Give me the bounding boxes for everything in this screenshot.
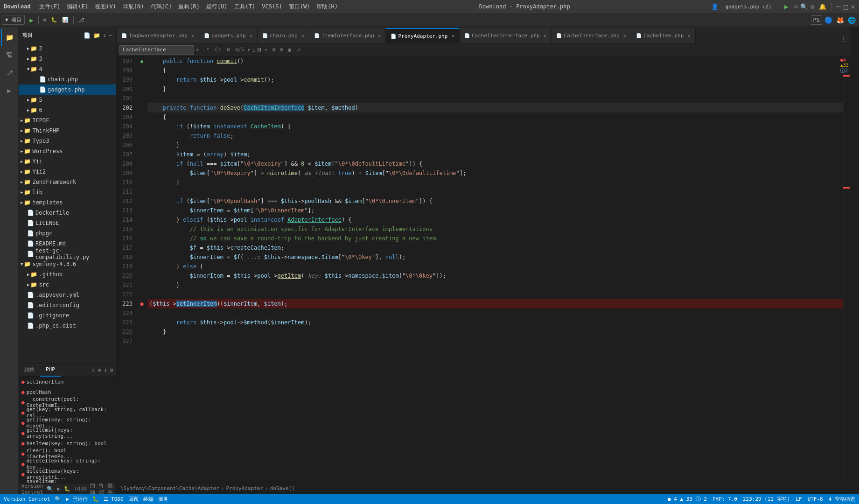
explorer-actions[interactable]: 📄 📁 ↕ ⋯	[84, 32, 112, 39]
review-btn[interactable]: 回顾	[90, 482, 95, 494]
tree-item-github[interactable]: ▶ 📁 .github	[19, 269, 116, 280]
tree-item-thinkphp[interactable]: ▶ 📁 ThinkPHP	[19, 126, 116, 136]
php-tab[interactable]: PHP	[40, 364, 61, 377]
search-regex-btn[interactable]: .*	[201, 45, 212, 54]
method-item-getitem[interactable]: ● getItem(key: string): mixed|...	[19, 418, 116, 428]
debug-sidebar-btn[interactable]: 🐛	[64, 486, 70, 492]
method-item-getitems[interactable]: ● getItems([keys: array|string...	[19, 428, 116, 438]
settings-icon[interactable]: ⚙	[810, 3, 814, 10]
tree-item-typo3[interactable]: ▶ 📁 Typo3	[19, 136, 116, 146]
status-terminal-btn[interactable]: 终端	[143, 496, 154, 503]
toolbar-run-btn[interactable]: ▶	[28, 15, 35, 25]
menu-tools[interactable]: 工具(T)	[234, 3, 256, 11]
tab-cacheinterface[interactable]: 📄 CacheInterface.php ×	[552, 28, 631, 43]
version-control-label[interactable]: Version Control	[21, 483, 43, 494]
notifications-icon[interactable]: 🔔	[819, 3, 826, 10]
tree-item-src[interactable]: ▶ 📁 src	[19, 280, 116, 290]
tree-item-gadgets[interactable]: 📄 gadgets.php	[19, 84, 116, 95]
project-dropdown[interactable]: ▼ 项目	[2, 15, 25, 25]
vcs-icon-btn[interactable]: ⎇	[1, 64, 18, 81]
service-btn[interactable]: 服务	[108, 482, 113, 494]
tab-close-btn[interactable]: ×	[623, 33, 627, 39]
collapse-icon[interactable]: ↕	[104, 367, 107, 373]
filter-icon[interactable]: ≡	[98, 367, 101, 373]
status-debug-btn[interactable]: 🐛	[92, 496, 99, 502]
search-filter-icon[interactable]: ⊿	[296, 47, 300, 53]
win-maximize[interactable]: □	[844, 2, 848, 11]
method-item-deleteitems[interactable]: ● deleteItems(keys: array|stri...	[19, 469, 116, 479]
breakpoint-223[interactable]: ●	[140, 301, 143, 307]
tree-item-test-gc[interactable]: 📄 test-gc-compatibility.py	[19, 249, 116, 259]
method-item-setinneritem[interactable]: ● setInnerItem	[19, 377, 116, 387]
win-minimize[interactable]: ─	[836, 2, 841, 11]
search-close-in-editor-btn[interactable]: ⊡	[258, 47, 261, 53]
breadcrumb-class[interactable]: ProxyAdapter	[226, 485, 263, 491]
run-debug-icon-btn[interactable]: ▶	[1, 82, 18, 99]
method-item-deleteitem[interactable]: ● deleteItem(key: string): boo...	[19, 459, 116, 469]
run-icon[interactable]: ▶	[784, 3, 788, 10]
menu-code[interactable]: 代码(C)	[151, 3, 172, 11]
toolbar-build-btn[interactable]: ⚙	[42, 16, 49, 24]
firefox-icon[interactable]: 🦊	[836, 16, 844, 24]
status-errors[interactable]: ● 4 ▲ 33 ⓘ 2	[668, 496, 707, 503]
toolbar-debug-btn[interactable]: 🐛	[49, 16, 59, 24]
tab-close-btn[interactable]: ×	[544, 33, 547, 39]
tab-more-icon[interactable]: ⋮	[840, 35, 847, 43]
breadcrumb-namespace[interactable]: \Symfony\Component\Cache\Adapter	[120, 485, 219, 491]
status-php-version[interactable]: PHP: 7.0	[712, 496, 737, 502]
tree-item-2[interactable]: ▶ 📁 2	[19, 43, 116, 54]
tab-close-btn[interactable]: ×	[191, 33, 195, 39]
menu-run[interactable]: 运行(U)	[206, 3, 228, 11]
search-word-btn[interactable]: W	[224, 45, 232, 54]
status-todo-btn[interactable]: ☰ TODO	[104, 496, 124, 502]
tree-item-gitignore[interactable]: 📄 .gitignore	[19, 310, 116, 321]
title-menu[interactable]: Download 文件(F) 编辑(E) 视图(V) 导航(N) 代码(C) 重…	[4, 3, 338, 11]
structure-tab[interactable]: 结构	[19, 364, 40, 377]
toolbar-vcs-btn[interactable]: ⎇	[77, 16, 86, 24]
editor-scrollbar[interactable]: ●4 ▲33 ⓘ2	[843, 56, 850, 483]
menu-file[interactable]: 文件(F)	[39, 3, 61, 11]
ps-icon[interactable]: PS	[811, 15, 822, 25]
settings-icon-panel[interactable]: ⚙	[110, 367, 113, 373]
method-item-poolhash[interactable]: ● poolHash	[19, 387, 116, 397]
menu-view[interactable]: 视图(V)	[95, 3, 116, 11]
tab-cacheitem[interactable]: 📄 CacheItem.php ×	[631, 28, 696, 43]
search-opt3[interactable]: ⊞	[279, 46, 286, 54]
toolbar-profile-btn[interactable]: 📊	[60, 16, 70, 24]
status-service-btn[interactable]: 服务	[158, 496, 168, 503]
tree-item-yii[interactable]: ▶ 📁 Yii	[19, 156, 116, 167]
tree-item-symfony[interactable]: ▼ 📁 symfony-4.3.6	[19, 259, 116, 269]
status-line-ending[interactable]: LF	[796, 496, 802, 502]
status-cursor-pos[interactable]: 223:29 (12 字符)	[743, 496, 790, 503]
tree-item-appveyor[interactable]: 📄 .appveyor.yml	[19, 290, 116, 300]
tab-close-btn[interactable]: ×	[378, 33, 381, 39]
chrome-icon[interactable]: 🔵	[824, 16, 832, 24]
tree-item-zend[interactable]: ▶ 📁 ZendFramework	[19, 177, 116, 187]
tab-iteminterface[interactable]: 📄 ItemInterface.php ×	[309, 28, 386, 43]
tab-actions[interactable]: ⋮	[838, 35, 850, 43]
tree-item-dockerfile[interactable]: 📄 Dockerfile	[19, 208, 116, 218]
search-sidebar-icon[interactable]: 🔍	[47, 486, 53, 492]
bottom-tab-actions[interactable]: ↕ ≡ ↕ ⚙	[89, 367, 116, 373]
win-close[interactable]: ×	[851, 2, 855, 11]
sort-icon[interactable]: ↕	[91, 367, 95, 373]
tree-item-5[interactable]: ▶ 📁 5	[19, 95, 116, 105]
tab-close-btn[interactable]: ×	[301, 33, 305, 39]
new-file-icon[interactable]: 📄	[84, 32, 91, 39]
search-input[interactable]	[119, 45, 194, 55]
collapse-all-icon[interactable]: ↕	[103, 32, 106, 39]
code-view[interactable]: public function commit() { return $this-…	[147, 56, 843, 483]
project-icon-btn[interactable]: 📁	[1, 29, 18, 46]
method-item-get[interactable]: ● get(key: string, callback: cal...	[19, 407, 116, 418]
tree-item-6[interactable]: ▶ 📁 6	[19, 105, 116, 115]
window-controls[interactable]: 👤 gadgets.php (2) | ▶ ⌨ 🔍 ⚙ 🔔 ─ □ ×	[711, 2, 855, 11]
tree-item-wordpress[interactable]: ▶ 📁 WordPress	[19, 146, 116, 156]
menu-vcs[interactable]: VCS(S)	[262, 3, 282, 10]
search-case-btn[interactable]: Cc	[213, 45, 223, 54]
edge-icon[interactable]: 🌐	[848, 16, 856, 24]
tree-item-templates[interactable]: ▶ 📁 templates	[19, 197, 116, 208]
search-prev-btn[interactable]: ↑	[247, 47, 251, 53]
search-opt2[interactable]: ≡	[271, 46, 278, 54]
run-sidebar-btn[interactable]: ▶	[57, 486, 60, 492]
tab-proxyadapter[interactable]: 📄 ProxyAdapter.php ×	[386, 28, 460, 43]
